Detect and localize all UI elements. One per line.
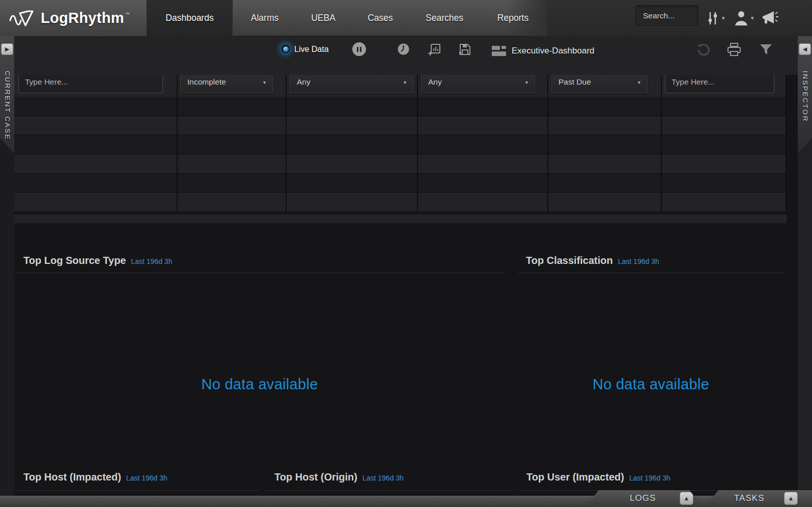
arrow-up-icon: ▲ (788, 495, 794, 502)
pause-icon (352, 42, 366, 56)
pause-button[interactable] (352, 42, 366, 56)
filter-due-value: Past Due (558, 77, 591, 87)
save-dashboard-button[interactable] (458, 43, 471, 56)
inspector-dock: ◀ INSPECTOR (798, 36, 812, 507)
trademark: ™ (125, 12, 130, 17)
tab-dashboards[interactable]: Dashboards (146, 0, 233, 36)
table-horizontal-scrollbar[interactable] (14, 215, 787, 223)
logrhythm-logo-icon (9, 8, 36, 29)
preferences-caret-icon[interactable]: ▾ (722, 0, 725, 36)
expand-current-case-button[interactable]: ▶ (1, 43, 13, 55)
preferences-sliders-icon[interactable] (707, 0, 720, 36)
inspector-tab[interactable]: ◀ INSPECTOR (798, 36, 812, 153)
logs-label: LOGS (630, 493, 656, 503)
brand: LogRhythm ™ (0, 0, 146, 36)
save-floppy-icon (458, 43, 471, 56)
table-row (14, 154, 787, 174)
filter-text-input-2[interactable] (665, 75, 774, 93)
print-button[interactable] (727, 43, 741, 57)
table-row (14, 193, 787, 212)
cases-filter-row: Incomplete ▾ Any ▾ Any ▾ Past Due ▾ (14, 75, 787, 97)
add-widget-icon (428, 43, 441, 56)
table-row (14, 116, 787, 136)
live-data-radio-dot (281, 44, 291, 54)
widget-time-range: Last 196d 3h (126, 474, 167, 482)
filter-text-input-1[interactable] (18, 75, 163, 93)
tab-cases[interactable]: Cases (350, 0, 410, 36)
chevron-down-icon: ▾ (263, 79, 266, 85)
announcements-megaphone-icon[interactable] (762, 0, 779, 36)
table-row (14, 135, 787, 154)
column-divider (547, 75, 548, 212)
inspector-label: INSPECTOR (801, 71, 809, 122)
undo-icon (696, 43, 710, 57)
dashboard-layout-icon (491, 45, 507, 57)
current-case-label: CURRENT CASE (4, 71, 11, 140)
column-divider (177, 75, 178, 212)
dashboard-content: Incomplete ▾ Any ▾ Any ▾ Past Due ▾ (14, 75, 798, 507)
widget-time-range: Last 196d 3h (618, 257, 659, 265)
expand-inspector-button[interactable]: ◀ (799, 43, 811, 55)
dashboard-selector[interactable]: Executive-Dashboard (491, 45, 595, 57)
arrow-up-icon: ▲ (684, 495, 690, 502)
widget-header: Top Host (Origin) Last 196d 3h (266, 471, 512, 491)
logs-drawer-tab[interactable]: LOGS ▲ (585, 490, 703, 507)
column-divider (661, 75, 662, 212)
widget-title: Top Host (Origin) (274, 471, 357, 483)
widget-header: Top Classification Last 196d 3h (518, 255, 784, 273)
dashboard-toolbar: Live Data (14, 36, 798, 75)
widget-header: Top Log Source Type Last 196d 3h (15, 255, 504, 273)
cases-table (14, 97, 787, 212)
add-widget-button[interactable] (428, 43, 441, 56)
collapse-left-icon: ◀ (803, 46, 807, 52)
brand-name: LogRhythm (41, 10, 124, 26)
filter-any-dropdown-2[interactable]: Any ▾ (421, 75, 535, 93)
widget-header: Top Host (Impacted) Last 196d 3h (15, 471, 260, 491)
clock-icon (397, 43, 410, 56)
widget-top-log-source-type: Top Log Source Type Last 196d 3h No data… (15, 255, 504, 461)
expand-right-icon: ▶ (5, 46, 9, 52)
column-divider (786, 75, 787, 212)
widget-time-range: Last 196d 3h (131, 257, 172, 265)
user-caret-icon[interactable]: ▾ (751, 0, 754, 36)
tab-ueba[interactable]: UEBA (296, 0, 350, 36)
widget-header: Top User (Impacted) Last 196d 3h (518, 471, 771, 491)
printer-icon (727, 43, 741, 57)
tasks-expand-button[interactable]: ▲ (784, 492, 798, 505)
current-case-dock: ▶ CURRENT CASE (0, 36, 14, 507)
column-divider (417, 75, 418, 212)
filter-due-dropdown[interactable]: Past Due ▾ (551, 75, 648, 93)
time-range-button[interactable] (397, 43, 410, 56)
dashboard-name: Executive-Dashboard (512, 46, 595, 56)
widget-time-range: Last 196d 3h (362, 474, 404, 482)
table-row (14, 174, 787, 193)
widget-title: Top Classification (526, 255, 613, 266)
filter-any-value-2: Any (428, 77, 442, 87)
undo-button[interactable] (696, 43, 710, 57)
filter-funnel-icon (760, 44, 772, 56)
widget-title: Top Host (Impacted) (23, 471, 121, 483)
logs-expand-button[interactable]: ▲ (680, 492, 693, 505)
widget-time-range: Last 196d 3h (629, 474, 670, 482)
live-data-radio[interactable] (281, 44, 291, 54)
tasks-drawer-tab[interactable]: TASKS ▲ (705, 490, 812, 507)
logrhythm-console: LogRhythm ™ Dashboards Alarms UEBA Cases… (0, 0, 812, 507)
table-row (14, 97, 787, 116)
tab-alarms[interactable]: Alarms (233, 0, 296, 36)
user-icon[interactable] (734, 0, 749, 36)
filter-status-value: Incomplete (187, 77, 226, 87)
current-case-tab[interactable]: ▶ CURRENT CASE (0, 36, 14, 153)
tab-searches[interactable]: Searches (410, 0, 479, 36)
tasks-label: TASKS (734, 493, 764, 503)
filter-any-dropdown-1[interactable]: Any ▾ (290, 75, 413, 93)
filter-status-dropdown[interactable]: Incomplete ▾ (180, 75, 273, 93)
no-data-message: No data available (518, 376, 784, 393)
filter-button[interactable] (760, 44, 772, 56)
live-data-label: Live Data (294, 45, 329, 54)
tab-reports[interactable]: Reports (479, 0, 547, 36)
filter-any-value-1: Any (297, 77, 311, 87)
widget-title: Top User (Impacted) (526, 471, 624, 483)
top-nav: LogRhythm ™ Dashboards Alarms UEBA Cases… (0, 0, 812, 36)
widget-top-classification: Top Classification Last 196d 3h No data … (518, 255, 784, 461)
search-box[interactable]: Search... (635, 5, 698, 26)
